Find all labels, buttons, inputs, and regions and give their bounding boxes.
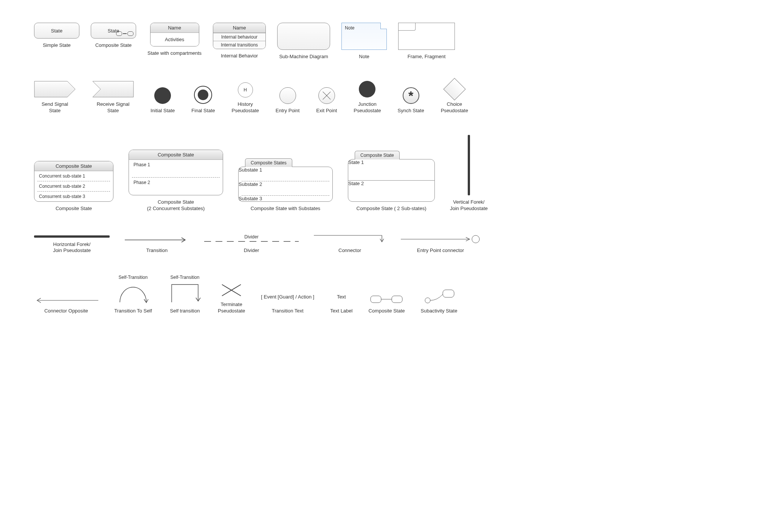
compartments-head: Name [150, 23, 199, 33]
send-signal-state: Send Signal State [34, 81, 76, 114]
history-pseudostate: H History Pseudostate [231, 82, 259, 114]
choice-icon [443, 78, 465, 100]
state-with-compartments: Name Activities State with compartments [147, 23, 202, 57]
comp2-caption: Composite State (2 Concuurrent Substates… [147, 199, 205, 212]
comp-2sub-body: State 1 State 2 [348, 159, 435, 202]
connector-icon [314, 232, 386, 244]
exit-point: Exit Point [316, 87, 337, 114]
vertical-fork-caption: Vertical Forek/ Join Pseudostate [450, 199, 488, 212]
comp3-head: Composite State [34, 161, 113, 171]
svg-point-7 [472, 235, 479, 243]
comp-2sub-r1: State 1 [348, 159, 434, 180]
entry-point-connector: Entry Point connector [401, 235, 480, 254]
divider: Divider Divider [204, 235, 299, 254]
terminate-pseudostate: Terminate Pseudostate [218, 283, 245, 314]
transition-icon [125, 236, 189, 244]
text-label-value: Text [337, 289, 346, 304]
final-state: Final State [191, 86, 215, 114]
internal-behavior-head: Name [213, 23, 265, 33]
composite-state-mini: Composite State [368, 293, 405, 314]
connector-opposite: Connector Opposite [34, 297, 98, 314]
junction-pseudostate: Junction Pseudostate [354, 81, 381, 114]
self-transition-arc-icon [114, 281, 152, 304]
self-transition-label-2: Self-Transition [171, 275, 200, 280]
composite-3-shape: Composite State Concurrent sub-state 1 C… [34, 161, 113, 202]
transition: Transition [125, 236, 189, 254]
note-caption: Note [359, 54, 369, 60]
choice-caption: Choice Pseudostate [441, 101, 468, 114]
row-1: State Simple State State Composite State… [34, 23, 723, 60]
initial-state-caption: Initial State [150, 108, 175, 114]
entry-point-connector-caption: Entry Point connector [417, 247, 464, 254]
frame-shape [398, 23, 455, 50]
row-5: Connector Opposite Self-Transition Trans… [34, 275, 723, 314]
transition-text-value: [ Event [Guard] / Action ] [261, 289, 314, 304]
synch-state: * Synch State [398, 87, 424, 114]
composite-glasses-icon [116, 31, 133, 37]
receive-signal-state: Receive Signal State [92, 81, 134, 114]
terminate-caption: Terminate Pseudostate [218, 302, 245, 314]
connector-opposite-caption: Connector Opposite [44, 308, 88, 314]
history-caption: History Pseudostate [231, 101, 259, 114]
initial-state: Initial State [150, 87, 175, 114]
composite-2-substates: Composite State State 1 State 2 Composit… [348, 151, 435, 212]
composite-2regions: Composite State Phase 1 Phase 2 Composit… [129, 150, 223, 212]
history-text: H [244, 87, 247, 93]
internal-behavior: Name Internal behaviour Internal transit… [213, 23, 266, 59]
svg-rect-11 [371, 296, 381, 303]
composite-2-shape: Composite State Phase 1 Phase 2 [129, 150, 223, 195]
entry-point: Entry Point [276, 87, 300, 114]
subactivity-icon [422, 289, 456, 304]
comp-sub-wrap: Composite States Substate 1 Substate 2 S… [238, 158, 333, 202]
divider-icon: Divider [204, 235, 299, 244]
horizontal-fork: Horizontal Forek/ Join Pseudostate [34, 235, 110, 254]
synch-icon: * [403, 87, 419, 104]
comp3-caption: Composite State [56, 206, 92, 212]
connector: Connector [314, 232, 386, 254]
comp3-r2: Concurrent sub-state 2 [34, 181, 113, 191]
comp-2sub-caption: Composite State ( 2 Sub-states) [357, 206, 427, 212]
row-4: Horizontal Forek/ Join Pseudostate Trans… [34, 232, 723, 254]
comp-2sub-r2: State 2 [348, 181, 434, 201]
vertical-fork-icon [468, 135, 470, 195]
divider-caption: Divider [244, 247, 259, 254]
self-transition-rect-caption: Self transition [170, 308, 200, 314]
send-signal-caption: Send Signal State [42, 101, 68, 114]
exit-point-caption: Exit Point [316, 108, 337, 114]
svg-rect-13 [392, 296, 402, 303]
svg-rect-14 [443, 290, 454, 297]
comp3-r1: Concurrent sub-state 1 [34, 171, 113, 181]
entry-point-caption: Entry Point [276, 108, 300, 114]
transition-to-self-caption: Transition To Self [114, 308, 152, 314]
compartments-body: Activities [150, 33, 199, 46]
comp-sub-body: Substate 1 Substate 2 Substate 3 [238, 167, 333, 202]
composite-state-shape: State [91, 23, 136, 39]
vertical-fork: Vertical Forek/ Join Pseudostate [450, 135, 488, 212]
self-transition-rect-icon [168, 281, 202, 304]
subactivity-state: Subactivity State [421, 289, 458, 314]
internal-behavior-shape: Name Internal behaviour Internal transit… [213, 23, 266, 49]
comp2-r2: Phase 2 [129, 178, 223, 195]
composite-state-small: State Composite State [91, 23, 136, 49]
comp-2sub-tab: Composite State [355, 151, 400, 159]
horizontal-fork-icon [34, 235, 110, 238]
entry-point-icon [279, 87, 296, 104]
compartments-shape: Name Activities [150, 23, 199, 46]
transition-text: [ Event [Guard] / Action ] Transition Te… [261, 289, 314, 314]
submachine-caption: Sub-Machine Diagram [279, 54, 328, 60]
junction-icon [359, 81, 375, 97]
entry-point-connector-icon [401, 235, 480, 244]
svg-marker-1 [93, 81, 133, 97]
simple-state-caption: Simple State [43, 42, 71, 49]
row-2: Send Signal State Receive Signal State I… [34, 81, 723, 114]
final-state-icon [194, 86, 212, 104]
synch-caption: Synch State [398, 108, 424, 114]
receive-signal-icon [92, 81, 134, 97]
svg-point-15 [425, 298, 430, 303]
comp2-r1: Phase 1 [129, 160, 223, 177]
frame-caption: Frame, Fragment [408, 54, 445, 60]
divider-text: Divider [244, 235, 258, 240]
row-3: Composite State Concurrent sub-state 1 C… [34, 135, 723, 212]
submachine-shape [277, 23, 330, 50]
comp-sub-r1: Substate 1 [239, 167, 332, 181]
